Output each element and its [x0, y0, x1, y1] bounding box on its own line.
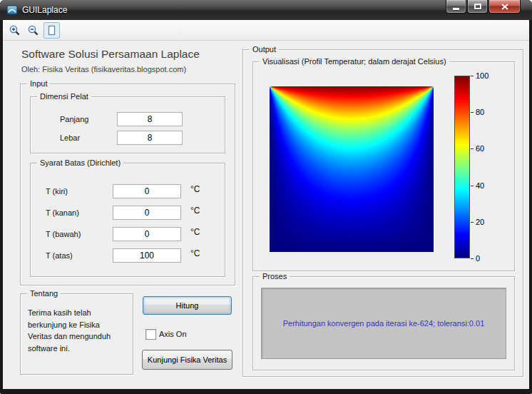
close-button[interactable] — [488, 0, 521, 14]
process-panel: Perhitungan konvergen pada iterasi ke-62… — [261, 288, 506, 359]
kunjungi-button[interactable]: Kunjungi Fisika Veritas — [142, 350, 232, 370]
axis-on-label: Axis On — [159, 330, 187, 338]
zoom-in-button[interactable] — [6, 22, 23, 39]
app-icon — [6, 4, 18, 16]
tentang-group: Tentang Terima kasih telah berkunjung ke… — [20, 293, 133, 375]
titlebar[interactable]: GUILaplace — [0, 0, 532, 20]
syarat-group-title: Syarat Batas (Dirichlet) — [37, 158, 123, 168]
colorbar — [454, 76, 470, 258]
zoom-out-button[interactable] — [25, 22, 41, 39]
window-body: Software Solusi Persamaan Laplace Oleh: … — [3, 20, 529, 389]
colorbar-tick: 100 — [476, 71, 488, 80]
hitung-button[interactable]: Hitung — [143, 296, 232, 315]
toolbar — [3, 20, 529, 41]
t-kiri-input[interactable] — [113, 184, 181, 198]
output-group-title: Output — [250, 45, 279, 54]
t-kanan-label: T (kanan) — [46, 208, 79, 217]
zoom-out-icon — [27, 24, 39, 36]
t-atas-label: T (atas) — [46, 251, 73, 260]
about-text: Terima kasih telah berkunjung ke Fisika … — [28, 307, 123, 354]
t-bawah-label: T (bawah) — [46, 230, 81, 238]
dimensi-group-title: Dimensi Pelat — [37, 92, 91, 101]
window-controls — [446, 0, 521, 14]
maximize-button[interactable] — [467, 0, 488, 14]
zoom-in-icon — [9, 24, 21, 36]
close-icon — [501, 4, 508, 10]
minimize-icon — [453, 8, 459, 10]
colorbar-tick: 20 — [476, 218, 484, 226]
colorbar-tick: 40 — [476, 181, 484, 190]
maximize-icon — [474, 4, 481, 9]
colorbar-canvas — [455, 76, 469, 258]
colorbar-ticks: 100 80 60 40 20 0 — [470, 76, 500, 258]
app-window: GUILaplace — [0, 0, 532, 394]
visualisasi-group-title: Visualisasi (Profil Temperatur; dalam de… — [260, 57, 449, 66]
minimize-button[interactable] — [446, 0, 466, 14]
panjang-input[interactable] — [117, 112, 183, 126]
pan-document-button[interactable] — [44, 22, 60, 39]
lebar-input[interactable] — [117, 131, 183, 145]
t-atas-input[interactable] — [113, 248, 181, 263]
t-atas-unit: °C — [190, 248, 200, 258]
t-kanan-input[interactable] — [113, 206, 181, 220]
process-message: Perhitungan konvergen pada iterasi ke-62… — [283, 319, 485, 328]
client-area: Software Solusi Persamaan Laplace Oleh: … — [3, 41, 529, 389]
page-title: Software Solusi Persamaan Laplace — [21, 48, 200, 61]
tentang-group-title: Tentang — [27, 289, 61, 298]
t-bawah-unit: °C — [190, 227, 200, 237]
proses-group-title: Proses — [260, 272, 290, 281]
colorbar-tick: 0 — [476, 254, 480, 263]
t-bawah-input[interactable] — [113, 227, 181, 241]
page-subtitle: Oleh: Fisika Veritas (fisikaveritas.blog… — [21, 65, 186, 74]
document-icon — [46, 24, 58, 36]
colorbar-tick: 80 — [476, 108, 484, 116]
temperature-heatmap — [270, 86, 434, 252]
t-kiri-unit: °C — [190, 184, 200, 194]
panjang-label: Panjang — [60, 115, 88, 123]
colorbar-tick: 60 — [476, 144, 484, 153]
axis-on-checkbox[interactable] — [145, 329, 156, 340]
window-title: GUILaplace — [22, 5, 67, 15]
t-kiri-label: T (kiri) — [46, 187, 68, 196]
lebar-label: Lebar — [60, 133, 80, 142]
input-group-title: Input — [27, 79, 50, 89]
t-kanan-unit: °C — [190, 206, 200, 216]
